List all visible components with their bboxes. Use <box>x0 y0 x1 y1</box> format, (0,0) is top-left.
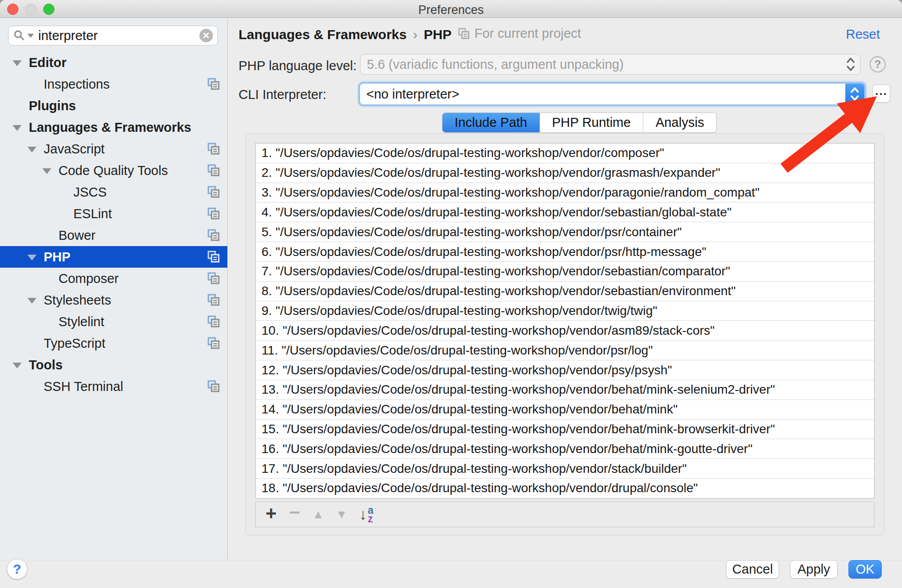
include-path-row[interactable]: 4."/Users/opdavies/Code/os/drupal-testin… <box>256 202 874 222</box>
tab-analysis[interactable]: Analysis <box>643 113 716 132</box>
language-level-help-icon[interactable]: ? <box>870 56 886 72</box>
include-path-row[interactable]: 10."/Users/opdavies/Code/os/drupal-testi… <box>256 320 874 340</box>
sidebar-item-editor[interactable]: Editor <box>0 52 227 73</box>
include-path-row[interactable]: 3."/Users/opdavies/Code/os/drupal-testin… <box>256 183 874 202</box>
cli-interpreter-field[interactable]: <no interpreter> <box>360 84 864 104</box>
sidebar-item-label: Composer <box>59 271 119 286</box>
path-number: 1. <box>262 146 272 160</box>
sidebar-item-languages-frameworks[interactable]: Languages & Frameworks <box>0 117 227 138</box>
sort-arrow-icon: ↓ <box>359 506 367 523</box>
expand-arrow-icon[interactable] <box>13 363 22 368</box>
expand-arrow-icon[interactable] <box>13 60 22 66</box>
remove-path-button[interactable]: − <box>289 512 312 517</box>
sort-alphabetically-button[interactable]: ↓ az <box>359 506 374 523</box>
include-path-row[interactable]: 13."/Users/opdavies/Code/os/drupal-testi… <box>256 380 874 399</box>
path-text: "/Users/opdavies/Code/os/drupal-testing-… <box>282 343 653 358</box>
expand-arrow-icon[interactable] <box>27 298 36 304</box>
browse-interpreters-button[interactable]: ... <box>872 85 890 103</box>
breadcrumb-parent[interactable]: Languages & Frameworks <box>239 27 406 42</box>
include-path-list[interactable]: 1."/Users/opdavies/Code/os/drupal-testin… <box>255 143 875 498</box>
include-path-row[interactable]: 18."/Users/opdavies/Code/os/drupal-testi… <box>256 478 874 498</box>
project-scope-icon <box>457 27 470 40</box>
sidebar-item-bower[interactable]: Bower <box>0 224 227 246</box>
copy-pages-icon <box>207 77 220 91</box>
search-options-caret-icon[interactable] <box>27 34 34 38</box>
search-box[interactable]: ✕ <box>8 26 218 45</box>
scope-label: For current project <box>474 26 581 41</box>
include-path-row[interactable]: 1."/Users/opdavies/Code/os/drupal-testin… <box>256 144 874 163</box>
add-path-button[interactable]: + <box>266 513 289 516</box>
sidebar: ✕ EditorInspectionsPluginsLanguages & Fr… <box>0 18 228 560</box>
language-level-select[interactable]: 5.6 (variadic functions, argument unpack… <box>360 54 861 75</box>
path-number: 11. <box>262 343 278 358</box>
sort-az-icon: az <box>368 506 374 523</box>
copy-pages-icon <box>207 185 220 199</box>
include-path-row[interactable]: 8."/Users/opdavies/Code/os/drupal-testin… <box>256 281 874 301</box>
expand-arrow-icon[interactable] <box>42 168 51 174</box>
expand-arrow-icon[interactable] <box>27 147 36 153</box>
stepper-icon <box>846 56 856 72</box>
settings-tree: EditorInspectionsPluginsLanguages & Fram… <box>0 52 227 397</box>
sidebar-item-composer[interactable]: Composer <box>0 268 227 289</box>
cancel-button[interactable]: Cancel <box>726 560 779 579</box>
path-text: "/Users/opdavies/Code/os/drupal-testing-… <box>283 462 687 476</box>
tab-php-runtime[interactable]: PHP Runtime <box>540 113 643 132</box>
sidebar-item-ssh-terminal[interactable]: SSH Terminal <box>0 376 227 397</box>
copy-pages-icon <box>207 164 220 177</box>
sidebar-item-stylelint[interactable]: Stylelint <box>0 311 227 332</box>
scope-indicator: For current project <box>457 26 581 41</box>
path-text: "/Users/opdavies/Code/os/drupal-testing-… <box>283 323 715 338</box>
move-down-button[interactable]: ▼ <box>336 507 359 521</box>
include-path-row[interactable]: 7."/Users/opdavies/Code/os/drupal-testin… <box>256 261 874 281</box>
cli-interpreter-select[interactable]: <no interpreter> <box>358 82 866 106</box>
apply-button[interactable]: Apply <box>790 560 838 579</box>
window-title: Preferences <box>0 3 902 17</box>
sidebar-item-stylesheets[interactable]: Stylesheets <box>0 289 227 311</box>
include-path-row[interactable]: 5."/Users/opdavies/Code/os/drupal-testin… <box>256 222 874 242</box>
stepper-icon <box>849 85 860 103</box>
copy-pages-icon <box>207 250 220 264</box>
include-path-row[interactable]: 9."/Users/opdavies/Code/os/drupal-testin… <box>256 301 874 321</box>
path-text: "/Users/opdavies/Code/os/drupal-testing-… <box>275 304 657 318</box>
sidebar-item-javascript[interactable]: JavaScript <box>0 138 227 160</box>
sidebar-item-tools[interactable]: Tools <box>0 354 227 376</box>
include-path-row[interactable]: 6."/Users/opdavies/Code/os/drupal-testin… <box>256 242 874 261</box>
expand-arrow-icon[interactable] <box>27 255 36 260</box>
move-up-button[interactable]: ▲ <box>312 507 336 521</box>
sidebar-item-label: Stylelint <box>59 314 104 329</box>
sidebar-item-inspections[interactable]: Inspections <box>0 73 227 95</box>
sidebar-item-plugins[interactable]: Plugins <box>0 95 227 117</box>
help-button[interactable]: ? <box>7 559 27 579</box>
include-path-row[interactable]: 11."/Users/opdavies/Code/os/drupal-testi… <box>256 340 874 360</box>
include-path-row[interactable]: 2."/Users/opdavies/Code/os/drupal-testin… <box>256 163 874 183</box>
include-path-row[interactable]: 15."/Users/opdavies/Code/os/drupal-testi… <box>256 419 874 439</box>
ok-button[interactable]: OK <box>848 560 882 579</box>
search-input[interactable] <box>37 28 199 44</box>
include-path-row[interactable]: 17."/Users/opdavies/Code/os/drupal-testi… <box>256 458 874 478</box>
tab-include-path[interactable]: Include Path <box>442 113 540 132</box>
sidebar-item-jscs[interactable]: JSCS <box>0 181 227 203</box>
include-path-row[interactable]: 12."/Users/opdavies/Code/os/drupal-testi… <box>256 360 874 380</box>
sidebar-item-eslint[interactable]: ESLint <box>0 203 227 224</box>
sidebar-item-label: Bower <box>59 228 95 243</box>
path-text: "/Users/opdavies/Code/os/drupal-testing-… <box>275 245 706 259</box>
clear-search-icon[interactable]: ✕ <box>199 29 213 42</box>
breadcrumb-separator: › <box>413 27 417 42</box>
path-number: 13. <box>262 382 279 397</box>
include-path-row[interactable]: 16."/Users/opdavies/Code/os/drupal-testi… <box>256 439 874 458</box>
path-number: 7. <box>262 264 272 278</box>
tab-bar: Include PathPHP RuntimeAnalysis <box>442 112 717 133</box>
copy-pages-icon <box>207 142 220 156</box>
path-text: "/Users/opdavies/Code/os/drupal-testing-… <box>275 146 664 160</box>
path-number: 16. <box>262 442 279 456</box>
sidebar-item-code-quality-tools[interactable]: Code Quality Tools <box>0 160 227 181</box>
path-number: 5. <box>262 225 272 239</box>
titlebar[interactable]: Preferences <box>0 0 902 18</box>
sidebar-item-typescript[interactable]: TypeScript <box>0 332 227 354</box>
breadcrumb-current: PHP <box>424 27 451 42</box>
reset-link[interactable]: Reset <box>846 27 880 42</box>
cli-stepper[interactable] <box>845 84 864 104</box>
expand-arrow-icon[interactable] <box>13 125 22 131</box>
include-path-row[interactable]: 14."/Users/opdavies/Code/os/drupal-testi… <box>256 399 874 419</box>
sidebar-item-php[interactable]: PHP <box>0 246 227 268</box>
